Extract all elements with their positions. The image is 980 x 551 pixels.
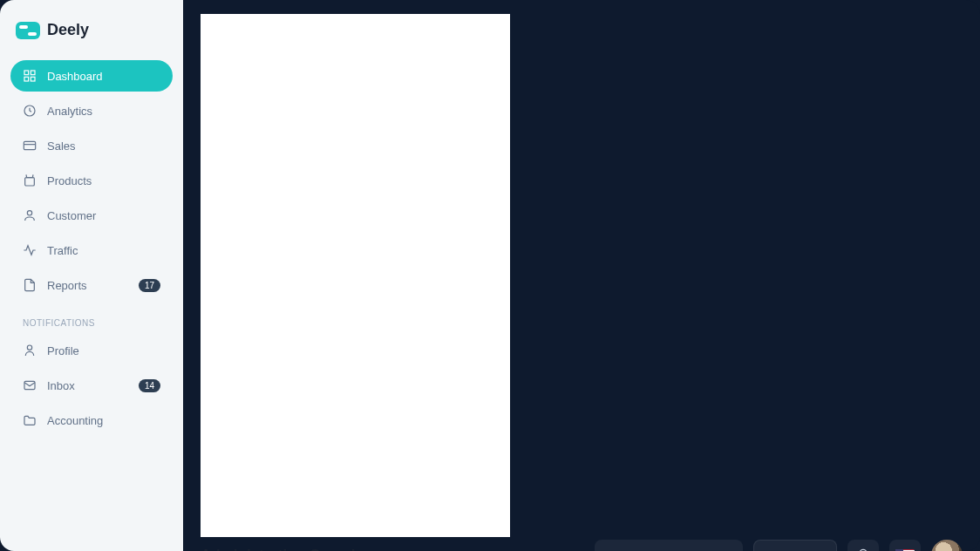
person-icon	[23, 344, 37, 357]
sidebar-item-reports[interactable]: Reports17	[10, 269, 173, 301]
bag-icon	[23, 173, 37, 187]
svg-rect-3	[31, 77, 35, 81]
grid-icon	[23, 69, 37, 83]
svg-rect-5	[24, 141, 35, 149]
brand: Deely	[10, 14, 173, 60]
locale-button[interactable]	[889, 540, 921, 551]
clock-icon	[23, 104, 37, 118]
svg-rect-7	[25, 178, 35, 186]
sidebar-item-label: Customer	[47, 209, 96, 222]
user-icon	[23, 208, 37, 222]
sidebar-item-label: Accounting	[47, 414, 103, 427]
mail-icon	[23, 378, 37, 392]
nav-section-label: NOTIFICATIONS	[10, 304, 173, 335]
sidebar-item-customer[interactable]: Customer	[10, 200, 173, 231]
svg-point-8	[27, 211, 31, 215]
sidebar-item-label: Sales	[47, 139, 76, 153]
sidebar-item-profile[interactable]: Profile	[10, 335, 173, 366]
nav-badge: 17	[139, 279, 160, 292]
avatar[interactable]	[931, 540, 963, 551]
topbar: Administration Overview 12:15 PM at 19th…	[201, 537, 963, 551]
period-dropdown[interactable]: This Year	[753, 540, 837, 551]
sidebar-item-label: Analytics	[47, 105, 92, 118]
svg-rect-1	[31, 71, 35, 75]
sidebar-item-label: Products	[47, 174, 92, 187]
sidebar-item-inbox[interactable]: Inbox14	[10, 370, 173, 401]
logo-icon	[16, 22, 40, 39]
main: Administration Overview 12:15 PM at 19th…	[183, 0, 980, 551]
page-title: Administration Overview	[201, 547, 375, 551]
svg-point-9	[27, 345, 31, 350]
sidebar-item-label: Reports	[47, 279, 87, 292]
search-box[interactable]	[595, 540, 743, 551]
nav-badge: 14	[139, 379, 160, 392]
sidebar-item-label: Dashboard	[47, 70, 103, 83]
svg-rect-0	[24, 71, 29, 75]
card-icon	[23, 139, 37, 153]
folder-icon	[23, 413, 37, 427]
sidebar-item-traffic[interactable]: Traffic	[10, 235, 173, 266]
sidebar-item-sales[interactable]: Sales	[10, 130, 173, 161]
sidebar-item-products[interactable]: Products	[10, 165, 173, 196]
sidebar-item-label: Profile	[47, 344, 79, 357]
sidebar-item-label: Inbox	[47, 379, 75, 392]
sidebar-item-analytics[interactable]: Analytics	[10, 95, 173, 126]
brand-name: Deely	[47, 21, 89, 39]
notifications-button[interactable]	[847, 540, 879, 551]
doc-icon	[23, 278, 37, 292]
page-timestamp: 12:15 PM at 19th Nov	[385, 548, 512, 552]
sidebar-item-dashboard[interactable]: Dashboard	[10, 60, 173, 92]
sidebar: Deely DashboardAnalyticsSalesProductsCus…	[0, 0, 183, 551]
svg-rect-2	[24, 77, 29, 81]
sidebar-item-accounting[interactable]: Accounting	[10, 405, 173, 436]
sidebar-item-label: Traffic	[47, 244, 78, 257]
activity-icon	[23, 243, 37, 257]
